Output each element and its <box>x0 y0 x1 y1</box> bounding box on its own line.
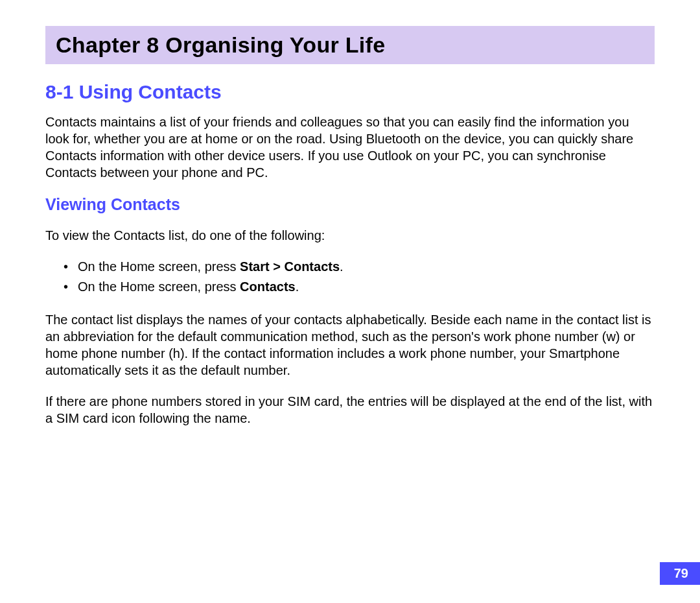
chapter-header: Chapter 8 Organising Your Life <box>45 26 655 64</box>
paragraph-final: If there are phone numbers stored in you… <box>45 393 655 427</box>
page-number: 79 <box>660 562 700 585</box>
section-paragraph: Contacts maintains a list of your friend… <box>45 113 655 181</box>
bullet-bold: Start > Contacts <box>240 259 340 274</box>
bullet-prefix: On the Home screen, press <box>78 259 240 274</box>
chapter-title: Chapter 8 Organising Your Life <box>56 32 644 58</box>
bullet-list: On the Home screen, press Start > Contac… <box>64 257 655 297</box>
list-item: On the Home screen, press Start > Contac… <box>64 257 655 277</box>
bullet-suffix: . <box>340 259 344 274</box>
subsection-heading: Viewing Contacts <box>45 195 655 214</box>
intro-line: To view the Contacts list, do one of the… <box>45 227 655 244</box>
paragraph-after-bullets: The contact list displays the names of y… <box>45 311 655 379</box>
bullet-prefix: On the Home screen, press <box>78 279 240 294</box>
list-item: On the Home screen, press Contacts. <box>64 277 655 297</box>
bullet-bold: Contacts <box>240 279 296 294</box>
bullet-suffix: . <box>296 279 299 294</box>
section-heading: 8-1 Using Contacts <box>45 81 655 103</box>
document-page: Chapter 8 Organising Your Life 8-1 Using… <box>0 0 700 467</box>
